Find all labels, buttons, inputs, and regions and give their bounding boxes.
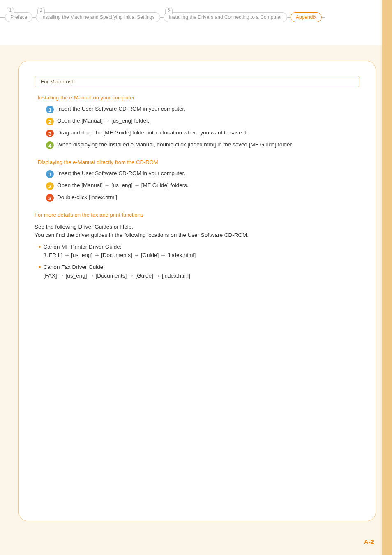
crumb-install-machine[interactable]: 2 Installing the Machine and Specifying …	[36, 12, 160, 22]
step-1: 1 Insert the User Software CD-ROM in you…	[46, 106, 360, 113]
svg-text:2: 2	[48, 119, 51, 125]
step-text: When displaying the installed e-Manual, …	[57, 141, 293, 148]
bullet-title: Canon MF Printer Driver Guide:	[44, 244, 122, 250]
step-3: 3 Drag and drop the [MF Guide] folder in…	[46, 130, 360, 137]
step-text: Insert the User Software CD-ROM in your …	[57, 170, 185, 176]
breadcrumb: 1 Preface 2 Installing the Machine and S…	[0, 9, 382, 25]
crumb-install-drivers[interactable]: 3 Installing the Drivers and Connecting …	[164, 12, 287, 22]
crumb-appendix[interactable]: Appendix	[291, 12, 322, 22]
section-heading-display: Displaying the e-Manual directly from th…	[38, 159, 360, 165]
bullet-path: [FAX] → [us_eng] → [Documents] → [Guide]…	[44, 273, 190, 279]
step-2: 2 Open the [Manual] → [us_eng] → [MF Gui…	[46, 182, 360, 190]
step-1: 1 Insert the User Software CD-ROM in you…	[46, 170, 360, 178]
step-text: Drag and drop the [MF Guide] folder into…	[57, 130, 248, 136]
svg-text:2: 2	[48, 183, 51, 190]
step-badge-1-icon: 1	[46, 106, 54, 113]
bullet-title: Canon Fax Driver Guide:	[44, 264, 105, 270]
crumb-label: Preface	[10, 14, 27, 20]
step-badge-2-icon: 2	[46, 182, 54, 190]
step-badge-3-icon: 3	[46, 194, 54, 202]
bullet-path: [UFR II] → [us_eng] → [Documents] → [Gui…	[44, 252, 196, 258]
svg-text:1: 1	[48, 107, 51, 113]
step-4: 4 When displaying the installed e-Manual…	[46, 141, 360, 149]
step-badge-1-icon: 1	[46, 170, 54, 178]
svg-text:3: 3	[48, 195, 51, 201]
svg-text:3: 3	[48, 131, 51, 137]
section-heading-details: For more details on the fax and print fu…	[35, 212, 360, 218]
step-text: Insert the User Software CD-ROM in your …	[57, 106, 185, 112]
crumb-number: 1	[7, 7, 14, 14]
steps-install: 1 Insert the User Software CD-ROM in you…	[46, 106, 360, 149]
section-heading-install: Installing the e-Manual on your computer	[38, 95, 360, 101]
side-tab	[382, 0, 392, 555]
svg-text:4: 4	[48, 143, 52, 149]
step-text: Open the [Manual] → [us_eng] → [MF Guide…	[57, 182, 189, 188]
svg-text:1: 1	[48, 171, 51, 178]
bullet-fax-driver: • Canon Fax Driver Guide: [FAX] → [us_en…	[39, 263, 360, 280]
details-intro-1: See the following Driver Guides or Help.	[35, 223, 360, 231]
bullet-dot-icon: •	[39, 263, 41, 271]
steps-display: 1 Insert the User Software CD-ROM in you…	[46, 170, 360, 202]
for-macintosh-heading: For Macintosh	[35, 76, 360, 87]
side-tab-shadow	[380, 0, 382, 555]
crumb-label: Installing the Drivers and Connecting to…	[169, 14, 282, 20]
content-card: For Macintosh Installing the e-Manual on…	[18, 61, 376, 521]
crumb-label: Appendix	[296, 14, 316, 20]
step-badge-2-icon: 2	[46, 118, 54, 125]
page-number: A-2	[364, 538, 374, 545]
step-3: 3 Double-click [index.html].	[46, 194, 360, 202]
bullet-dot-icon: •	[39, 243, 41, 251]
bullet-printer-driver: • Canon MF Printer Driver Guide: [UFR II…	[39, 243, 360, 260]
step-badge-3-icon: 3	[46, 130, 54, 137]
step-text: Double-click [index.html].	[57, 194, 119, 200]
step-text: Open the [Manual] → [us_eng] folder.	[57, 118, 149, 124]
step-2: 2 Open the [Manual] → [us_eng] folder.	[46, 118, 360, 125]
crumb-number: 2	[37, 7, 45, 14]
step-badge-4-icon: 4	[46, 141, 54, 149]
crumb-number: 3	[165, 7, 173, 14]
crumb-label: Installing the Machine and Specifying In…	[41, 14, 154, 20]
crumb-preface[interactable]: 1 Preface	[5, 12, 32, 22]
details-intro-2: You can find the driver guides in the fo…	[35, 231, 360, 239]
